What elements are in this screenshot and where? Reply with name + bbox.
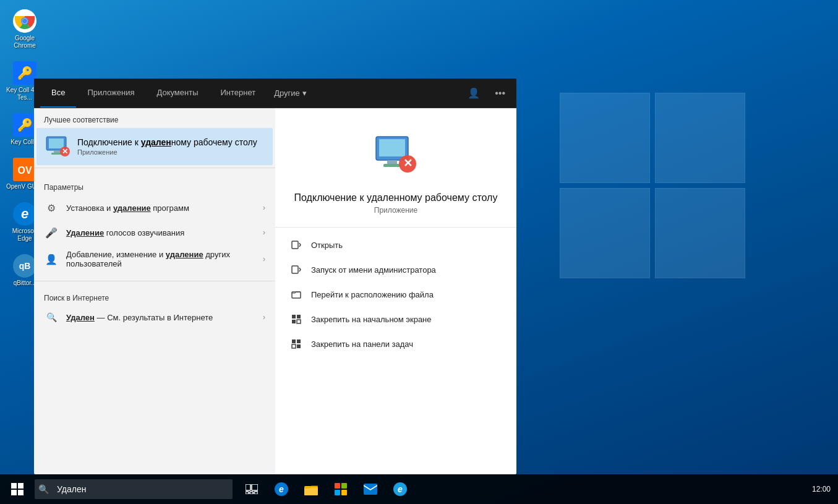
arrow-right-icon-2: › bbox=[263, 228, 265, 237]
chrome-icon-label: Google Chrome bbox=[6, 35, 44, 49]
microphone-icon: 🎤 bbox=[44, 225, 59, 240]
settings-item-users[interactable]: 👤 Добавление, изменение и удаление други… bbox=[34, 245, 275, 273]
qbittorrent-label: qBittor... bbox=[14, 280, 36, 287]
edge-icon-taskbar: e bbox=[275, 482, 288, 496]
svg-rect-28 bbox=[292, 266, 298, 273]
svg-rect-36 bbox=[292, 344, 296, 348]
internet-item[interactable]: 🔍 Удален — См. результаты в Интернете › bbox=[34, 305, 275, 330]
desktop: Google Chrome 🔑 Key Coll 4:1 - Tes... 🔑 … bbox=[0, 0, 838, 504]
taskbar-search-input[interactable] bbox=[35, 479, 233, 499]
svg-rect-32 bbox=[292, 320, 296, 323]
separator-2 bbox=[34, 281, 275, 281]
arrow-right-icon-3: › bbox=[263, 255, 265, 263]
svg-text:🔑: 🔑 bbox=[17, 66, 33, 80]
person-icon[interactable]: 👤 bbox=[463, 85, 485, 101]
settings-users-label: Добавление, изменение и удаление других … bbox=[66, 250, 263, 268]
svg-rect-22 bbox=[379, 139, 405, 156]
svg-text:✕: ✕ bbox=[62, 147, 68, 156]
svg-rect-39 bbox=[18, 483, 24, 489]
best-match-text: Подключение к удаленному рабочему столу … bbox=[77, 137, 257, 156]
action-open[interactable]: Открыть bbox=[275, 233, 516, 257]
edge-desktop-icon: e bbox=[12, 202, 37, 226]
svg-rect-46 bbox=[254, 492, 258, 494]
tab-all[interactable]: Все bbox=[40, 79, 76, 108]
action-pin-start[interactable]: Закрепить на начальном экране bbox=[275, 307, 516, 331]
svg-rect-43 bbox=[252, 484, 258, 490]
open-icon bbox=[290, 239, 302, 251]
action-pin-taskbar[interactable]: Закрепить на панели задач bbox=[275, 331, 516, 356]
user-icon: 👤 bbox=[44, 252, 59, 267]
svg-rect-38 bbox=[11, 483, 17, 489]
search-left-panel: Лучшее соответствие ✕ bbox=[34, 108, 275, 474]
ie-taskbar[interactable]: e bbox=[386, 474, 414, 504]
separator-1 bbox=[34, 168, 275, 168]
keycoll2-icon: 🔑 bbox=[12, 113, 37, 137]
settings-item-voice[interactable]: 🎤 Удаление голосов озвучивания › bbox=[34, 220, 275, 245]
search-tabs: Все Приложения Документы Интернет Другие… bbox=[34, 79, 516, 108]
internet-header: Поиск в Интернете bbox=[34, 289, 275, 305]
tab-apps[interactable]: Приложения bbox=[76, 79, 145, 108]
internet-section: Поиск в Интернете 🔍 Удален — См. результ… bbox=[34, 284, 275, 335]
svg-rect-50 bbox=[304, 488, 318, 495]
settings-header: Параметры bbox=[34, 176, 275, 195]
tab-other[interactable]: Другие ▾ bbox=[267, 83, 314, 103]
action-open-label: Открыть bbox=[311, 241, 343, 250]
edge-taskbar[interactable]: e bbox=[267, 474, 296, 504]
task-view-button[interactable] bbox=[237, 474, 266, 504]
svg-text:OV: OV bbox=[17, 165, 32, 176]
admin-icon bbox=[290, 263, 302, 276]
svg-rect-42 bbox=[246, 484, 250, 490]
best-match-title: Подключение к удаленному рабочему столу bbox=[77, 137, 257, 147]
action-admin-label: Запуск от имени администратора bbox=[311, 265, 436, 275]
svg-rect-37 bbox=[297, 344, 301, 348]
svg-rect-52 bbox=[335, 483, 340, 489]
mail-taskbar[interactable] bbox=[356, 474, 385, 504]
desktop-icon-chrome[interactable]: Google Chrome bbox=[3, 6, 46, 52]
rdp-icon: ✕ bbox=[45, 134, 70, 159]
start-button[interactable] bbox=[2, 474, 32, 504]
explorer-icon bbox=[304, 483, 318, 495]
settings-voice-label: Удаление голосов озвучивания bbox=[66, 228, 263, 237]
svg-rect-35 bbox=[297, 340, 301, 343]
action-file-label: Перейти к расположению файла bbox=[311, 290, 434, 299]
svg-rect-31 bbox=[297, 315, 301, 318]
mail-icon bbox=[364, 484, 377, 495]
svg-text:e: e bbox=[21, 206, 28, 221]
action-run-as-admin[interactable]: Запуск от имени администратора bbox=[275, 257, 516, 282]
svg-text:✕: ✕ bbox=[403, 157, 413, 169]
tray-time: 12:00 bbox=[812, 485, 831, 493]
task-view-icon bbox=[246, 484, 258, 494]
svg-point-4 bbox=[22, 19, 27, 23]
svg-rect-33 bbox=[297, 320, 301, 323]
pin-start-icon bbox=[290, 313, 302, 325]
more-icon[interactable]: ••• bbox=[490, 85, 510, 101]
search-content: Лучшее соответствие ✕ bbox=[34, 108, 516, 474]
internet-item-label: Удален — См. результаты в Интернете bbox=[66, 313, 213, 322]
svg-rect-41 bbox=[18, 490, 24, 495]
svg-rect-40 bbox=[11, 490, 17, 495]
best-match-item[interactable]: ✕ Подключение к удаленному рабочему стол… bbox=[36, 128, 273, 165]
tab-internet[interactable]: Интернет bbox=[209, 79, 267, 108]
file-explorer-taskbar[interactable] bbox=[297, 474, 325, 504]
settings-install-label: Установка и удаление программ bbox=[66, 203, 263, 213]
action-file-location[interactable]: Перейти к расположению файла bbox=[275, 282, 516, 307]
ie-icon-taskbar: e bbox=[393, 482, 407, 496]
keycoll1-icon: 🔑 bbox=[12, 61, 37, 85]
svg-rect-27 bbox=[292, 241, 298, 249]
taskbar-tray: 12:00 bbox=[812, 485, 836, 493]
taskbar: 🔍 e bbox=[0, 474, 838, 504]
svg-rect-54 bbox=[335, 490, 340, 495]
taskbar-search-wrapper: 🔍 bbox=[32, 479, 233, 499]
settings-item-install[interactable]: ⚙ Установка и удаление программ › bbox=[34, 195, 275, 220]
tab-docs[interactable]: Документы bbox=[145, 79, 209, 108]
svg-rect-24 bbox=[383, 164, 401, 167]
app-actions: Открыть Запуск от имени администратора bbox=[275, 228, 516, 361]
svg-text:qB: qB bbox=[19, 261, 31, 271]
store-taskbar[interactable] bbox=[327, 474, 355, 504]
action-pin-taskbar-label: Закрепить на панели задач bbox=[311, 340, 413, 349]
svg-text:e: e bbox=[398, 484, 403, 494]
arrow-right-icon-4: › bbox=[263, 313, 265, 322]
windows-start-icon bbox=[11, 483, 24, 495]
app-detail: ✕ Подключение к удаленному рабочему стол… bbox=[275, 108, 516, 228]
svg-text:e: e bbox=[279, 484, 284, 494]
